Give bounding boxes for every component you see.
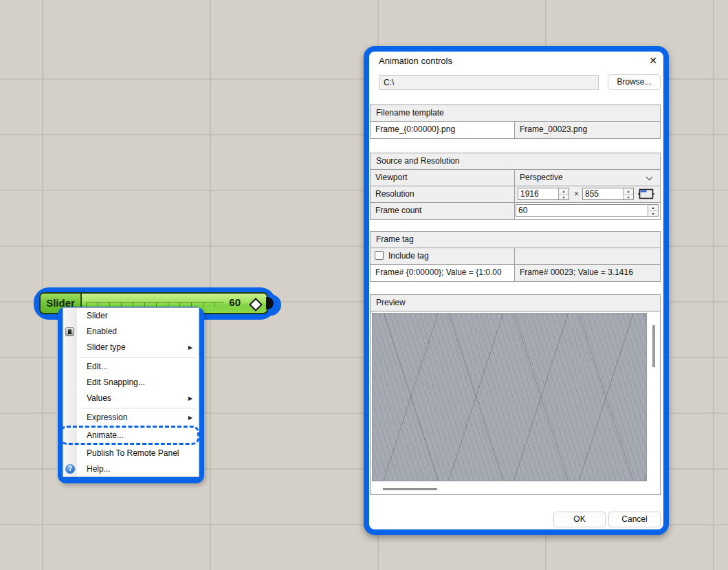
preview-vertical-scrollbar[interactable] bbox=[652, 325, 655, 367]
cancel-button[interactable]: Cancel bbox=[608, 512, 661, 527]
viewport-dropdown[interactable]: Perspective bbox=[515, 170, 660, 186]
menu-item-expression[interactable]: Expression ▶ bbox=[63, 410, 199, 426]
menu-item-edit-snapping[interactable]: Edit Snapping... bbox=[63, 375, 199, 391]
spin-down-icon: ▼ bbox=[648, 211, 658, 217]
menu-item-values[interactable]: Values ▶ bbox=[63, 391, 199, 406]
chevron-down-icon bbox=[646, 174, 653, 181]
menu-item-slider[interactable]: Slider bbox=[63, 308, 199, 324]
include-tag-label: Include tag bbox=[388, 248, 429, 263]
resolution-width-stepper[interactable]: 1916 ▲▼ bbox=[518, 188, 569, 200]
viewport-preview-image bbox=[372, 313, 647, 481]
source-resolution-header: Source and Resolution bbox=[371, 153, 660, 170]
viewport-label: Viewport bbox=[371, 170, 515, 186]
filename-template-input[interactable]: Frame_{0:00000}.png bbox=[371, 122, 515, 138]
slider-value: 60 bbox=[229, 296, 241, 308]
slider-context-menu: Slider Enabled Slider type ▶ Edit... Edi… bbox=[63, 307, 199, 477]
spin-down-icon: ▼ bbox=[559, 195, 569, 200]
frame-count-label: Frame count bbox=[371, 203, 515, 219]
preview-header: Preview bbox=[371, 295, 660, 311]
menu-item-help[interactable]: Help... bbox=[63, 461, 199, 477]
submenu-arrow-icon: ▶ bbox=[188, 395, 192, 402]
preview-section: Preview bbox=[370, 294, 661, 311]
submenu-arrow-icon: ▶ bbox=[188, 344, 192, 351]
menu-item-enabled[interactable]: Enabled bbox=[63, 324, 199, 340]
filename-template-section: Filename template Frame_{0:00000}.png Fr… bbox=[370, 105, 661, 139]
frame-tag-empty-cell bbox=[515, 248, 660, 264]
frame-tag-section: Frame tag Include tag Frame# {0:00000}; … bbox=[370, 231, 661, 282]
preview-horizontal-scrollbar[interactable] bbox=[383, 488, 437, 490]
slider-grip-diamond[interactable] bbox=[249, 298, 263, 311]
viewport-selected-value: Perspective bbox=[520, 173, 563, 182]
enabled-toggle-icon bbox=[65, 327, 74, 336]
preview-viewport bbox=[370, 311, 661, 495]
source-resolution-section: Source and Resolution Viewport Perspecti… bbox=[370, 153, 661, 220]
dialog-title: Animation controls bbox=[379, 56, 452, 66]
animation-controls-dialog: Animation controls ✕ C:\ Browse... Filen… bbox=[369, 52, 663, 529]
frame-count-stepper[interactable]: 60 ▲▼ bbox=[516, 204, 659, 217]
filename-template-header: Filename template bbox=[371, 105, 660, 122]
submenu-arrow-icon: ▶ bbox=[188, 415, 192, 421]
resolution-label: Resolution bbox=[371, 186, 515, 202]
help-icon: ? bbox=[65, 464, 75, 474]
menu-item-publish-remote-panel[interactable]: Publish To Remote Panel bbox=[63, 446, 199, 461]
times-symbol: × bbox=[574, 186, 579, 201]
menu-item-edit[interactable]: Edit... bbox=[63, 359, 199, 375]
grasshopper-canvas: Slider 60 Slider Enabled Slider type ▶ E… bbox=[0, 0, 728, 570]
frame-tag-template-input[interactable]: Frame# {0:00000}; Value = {1:0.00 bbox=[371, 265, 515, 281]
menu-item-slider-type[interactable]: Slider type ▶ bbox=[63, 340, 199, 355]
menu-item-animate[interactable]: Animate... bbox=[63, 428, 199, 443]
viewport-size-icon[interactable] bbox=[638, 188, 654, 200]
output-path-field[interactable]: C:\ bbox=[379, 75, 599, 90]
include-tag-checkbox[interactable] bbox=[375, 251, 384, 260]
spin-up-icon: ▲ bbox=[624, 188, 633, 195]
frame-tag-header: Frame tag bbox=[371, 232, 660, 248]
filename-preview-value: Frame_00023.png bbox=[515, 122, 660, 138]
menu-separator bbox=[80, 408, 195, 408]
spin-down-icon: ▼ bbox=[624, 195, 633, 200]
resolution-height-stepper[interactable]: 855 ▲▼ bbox=[582, 188, 634, 200]
spin-up-icon: ▲ bbox=[559, 188, 569, 195]
include-tag-cell: Include tag bbox=[371, 248, 515, 264]
resolution-cell: 1916 ▲▼ × 855 ▲▼ bbox=[515, 186, 660, 202]
menu-separator bbox=[80, 357, 195, 358]
spin-up-icon: ▲ bbox=[648, 205, 658, 211]
frame-tag-preview-value: Frame# 00023; Value = 3.1416 bbox=[515, 265, 660, 281]
ok-button[interactable]: OK bbox=[553, 512, 606, 527]
browse-button[interactable]: Browse... bbox=[608, 74, 661, 90]
close-icon[interactable]: ✕ bbox=[646, 54, 660, 67]
frame-count-cell: 60 ▲▼ bbox=[515, 203, 660, 219]
